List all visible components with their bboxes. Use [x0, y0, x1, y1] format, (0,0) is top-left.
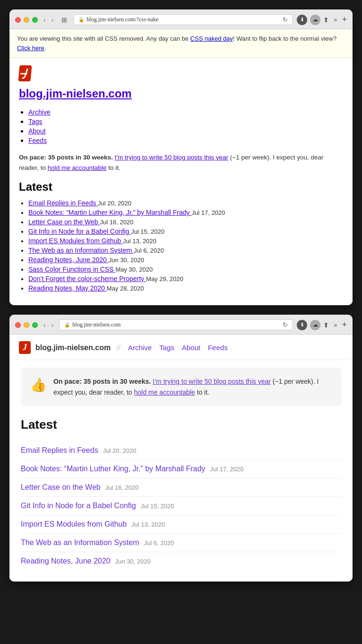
- post-date: Jul 16, 2020: [105, 484, 139, 491]
- list-item: Letter Case on the WebJul 16, 2020: [21, 478, 341, 497]
- more-button-2[interactable]: »: [332, 321, 339, 328]
- post-link[interactable]: Reading Notes, June 2020: [28, 256, 109, 264]
- share-button-1[interactable]: ⬆: [323, 16, 329, 24]
- nav-link-about-1[interactable]: About: [28, 127, 46, 135]
- post-link[interactable]: Import ES Modules from Github: [28, 237, 123, 245]
- forward-button-2[interactable]: ›: [50, 320, 56, 330]
- reload-button-1[interactable]: ↻: [283, 16, 288, 23]
- post-link[interactable]: Import ES Modules from Github: [21, 520, 127, 529]
- pace-link1-1[interactable]: I'm trying to write 50 blog posts this y…: [115, 154, 228, 161]
- post-link[interactable]: Email Replies in Feeds: [28, 199, 98, 207]
- post-link[interactable]: Book Notes: “Martin Luther King, Jr.” by…: [28, 209, 191, 216]
- site-title-1[interactable]: blog.jim-nielsen.com: [19, 87, 343, 100]
- plus-button-1[interactable]: +: [342, 15, 347, 25]
- nav-link-about-2[interactable]: About: [182, 344, 200, 352]
- notice-end: .: [44, 44, 46, 52]
- list-item: Reading Notes, June 2020 Jun 30, 2020: [28, 256, 343, 264]
- click-here-link[interactable]: Click here: [17, 44, 44, 52]
- post-link[interactable]: Sass Color Functions in CSS: [28, 265, 115, 273]
- address-bar-1[interactable]: 🔒 blog.jim-nielsen.com/?css-nake ↻: [73, 14, 293, 25]
- post-link[interactable]: Email Replies in Feeds: [21, 446, 98, 455]
- address-bar-2[interactable]: 🔒 blog.jim-nielsen.com ↻: [59, 319, 293, 330]
- pace-link1-2[interactable]: I’m trying to write 50 blog posts this y…: [153, 378, 271, 385]
- reload-button-2[interactable]: ↻: [283, 321, 288, 328]
- post-date: May 29, 2020: [146, 275, 183, 282]
- cloud-icon-1[interactable]: ☁: [310, 15, 320, 25]
- list-item: Reading Notes, June 2020Jun 30, 2020: [21, 552, 341, 570]
- site-logo-1: J̶: [18, 65, 32, 81]
- pace-link2-1[interactable]: hold me accountable: [48, 164, 107, 171]
- maximize-button-2[interactable]: [32, 322, 38, 328]
- list-item: The Web as an Information System Jul 6, …: [28, 247, 343, 254]
- close-button-1[interactable]: [15, 17, 21, 23]
- nav-item-tags-1: Tags: [28, 117, 343, 126]
- post-link[interactable]: Book Notes: “Martin Luther King, Jr.” by…: [21, 465, 205, 473]
- list-item: Git Info in Node for a Babel Config Jul …: [28, 228, 343, 235]
- post-date: Jun 30, 2020: [109, 256, 144, 264]
- post-date: Jul 6, 2020: [144, 539, 174, 547]
- post-date: Jul 17, 2020: [191, 209, 225, 216]
- nav-buttons-1: ‹ ›: [42, 15, 55, 25]
- nav-link-tags-2[interactable]: Tags: [159, 344, 174, 352]
- nav-buttons-2: ‹ ›: [42, 320, 55, 330]
- post-link[interactable]: Reading Notes, June 2020: [21, 557, 110, 565]
- post-date: Jul 16, 2020: [100, 219, 134, 226]
- browser-window-1: ‹ › ⊞ 🔒 blog.jim-nielsen.com/?css-nake ↻…: [9, 9, 353, 305]
- post-date: Jul 15, 2020: [131, 228, 164, 235]
- css-naked-day-link[interactable]: CSS naked day: [190, 35, 233, 42]
- plus-button-2[interactable]: +: [342, 320, 347, 330]
- notice-text: You are viewing this site with all CSS r…: [17, 35, 190, 42]
- post-link[interactable]: Git Info in Node for a Babel Config: [28, 228, 131, 235]
- nav-link-archive-2[interactable]: Archive: [128, 344, 152, 352]
- post-link[interactable]: Letter Case on the Web: [28, 218, 100, 226]
- address-text-1: blog.jim-nielsen.com/?css-nake: [86, 16, 280, 23]
- share-button-2[interactable]: ⬆: [323, 321, 329, 329]
- nav-link-feeds-2[interactable]: Feeds: [208, 344, 228, 352]
- minimize-button-1[interactable]: [24, 17, 29, 23]
- download-icon-2[interactable]: ⬇: [297, 320, 307, 330]
- post-link[interactable]: Don’t Forget the color-scheme Property: [28, 275, 146, 282]
- back-button-1[interactable]: ‹: [42, 15, 48, 25]
- browser-content-2: J blog.jim-nielsen.com // Archive Tags A…: [9, 335, 353, 582]
- close-button-2[interactable]: [15, 322, 21, 328]
- back-button-2[interactable]: ‹: [42, 320, 48, 330]
- post-link[interactable]: Letter Case on the Web: [21, 483, 101, 492]
- post-date: Jul 20, 2020: [98, 200, 131, 207]
- address-text-2: blog.jim-nielsen.com: [72, 321, 280, 328]
- nav-link-archive-1[interactable]: Archive: [28, 108, 51, 116]
- browser-chrome-2: ‹ › 🔒 blog.jim-nielsen.com ↻ ⬇ ☁ ⬆ » +: [9, 315, 353, 335]
- forward-button-1[interactable]: ›: [50, 15, 56, 25]
- nav-link-tags-1[interactable]: Tags: [28, 118, 43, 125]
- list-item: Letter Case on the Web Jul 16, 2020: [28, 218, 343, 226]
- post-link[interactable]: The Web as an Information System: [28, 247, 134, 254]
- cloud-icon-2[interactable]: ☁: [310, 320, 320, 330]
- posts-list-1: Email Replies in Feeds Jul 20, 2020Book …: [28, 199, 343, 292]
- post-date: Jul 13, 2020: [131, 521, 165, 528]
- notice-bar: You are viewing this site with all CSS r…: [9, 29, 353, 58]
- nav-list-1: Archive Tags About Feeds: [28, 108, 343, 145]
- toolbar-icons-1: ⬇ ☁ ⬆ » +: [297, 15, 347, 25]
- post-link[interactable]: Reading Notes, May 2020: [28, 284, 107, 292]
- traffic-lights-2: [15, 322, 38, 328]
- pace-strong-1: On pace: 35 posts in 30 weeks.: [19, 154, 115, 161]
- site-nav-2: Archive Tags About Feeds: [128, 344, 228, 352]
- nav-link-feeds-1[interactable]: Feeds: [28, 137, 47, 144]
- minimize-button-2[interactable]: [24, 322, 29, 328]
- toolbar-icons-2: ⬇ ☁ ⬆ » +: [297, 320, 347, 330]
- post-link[interactable]: Git Info in Node for a Babel Config: [21, 502, 136, 510]
- list-item: Import ES Modules from GithubJul 13, 202…: [21, 515, 341, 534]
- download-icon-1[interactable]: ⬇: [297, 15, 307, 25]
- maximize-button-1[interactable]: [32, 17, 38, 23]
- pace-box-2: 👍 On pace: 35 posts in 30 weeks. I’m try…: [21, 368, 341, 406]
- pace-strong-2: On pace: 35 posts in 30 weeks.: [53, 378, 151, 385]
- list-item: Sass Color Functions in CSS May 30, 2020: [28, 265, 343, 273]
- main-content-2: 👍 On pace: 35 posts in 30 weeks. I’m try…: [9, 360, 353, 582]
- list-item: Import ES Modules from Github Jul 13, 20…: [28, 237, 343, 245]
- sidebar-button-1[interactable]: ⊞: [59, 15, 69, 25]
- post-date: Jul 15, 2020: [141, 503, 174, 510]
- pace-link2-2[interactable]: hold me accountable: [134, 388, 195, 396]
- post-date: May 28, 2020: [107, 285, 144, 292]
- more-button-1[interactable]: »: [332, 16, 339, 23]
- browser-content-1: You are viewing this site with all CSS r…: [9, 29, 353, 305]
- post-link[interactable]: The Web as an Information System: [21, 538, 139, 547]
